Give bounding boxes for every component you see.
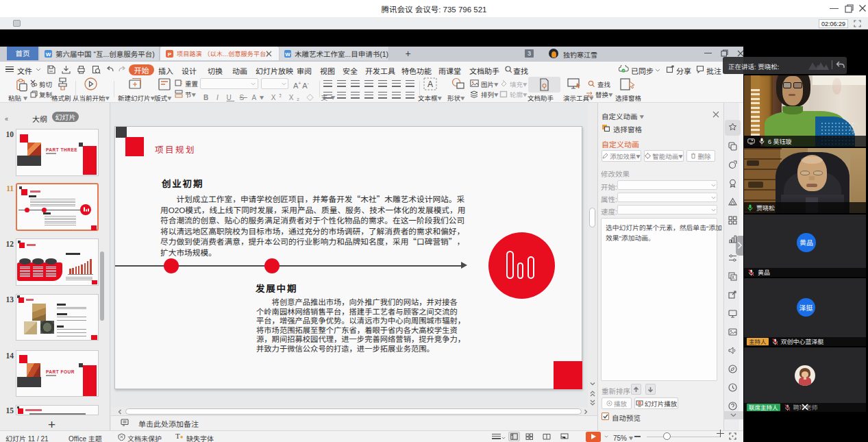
svg-text:A: A bbox=[427, 79, 433, 89]
